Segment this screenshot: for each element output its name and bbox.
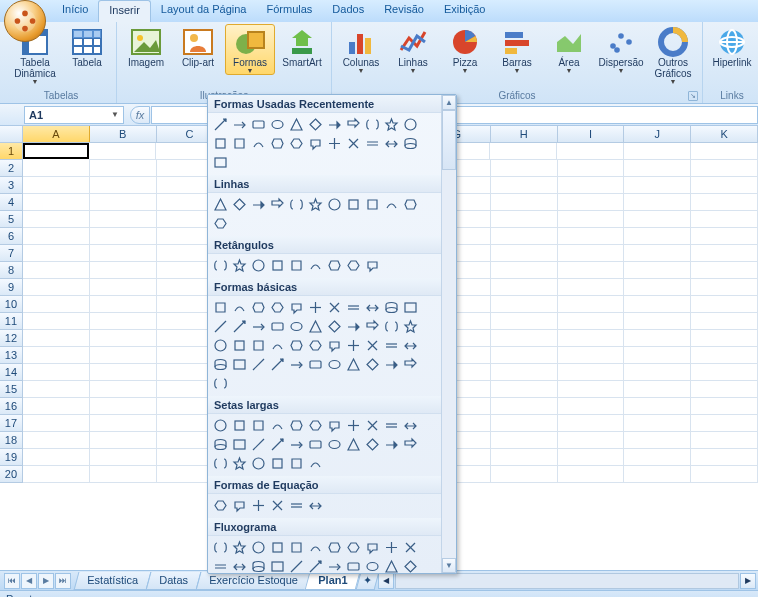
cell-I2[interactable] — [558, 160, 625, 177]
row-header-19[interactable]: 19 — [0, 449, 23, 466]
shape-item[interactable] — [249, 538, 268, 557]
shape-item[interactable] — [230, 416, 249, 435]
scroll-up-button[interactable]: ▲ — [442, 95, 456, 110]
shape-item[interactable] — [287, 336, 306, 355]
clipart-button[interactable]: Clip-art — [173, 24, 223, 75]
row-header-15[interactable]: 15 — [0, 381, 23, 398]
row-header-2[interactable]: 2 — [0, 160, 23, 177]
cell-K2[interactable] — [691, 160, 758, 177]
cell-K10[interactable] — [691, 296, 758, 313]
cell-B3[interactable] — [90, 177, 157, 194]
shape-item[interactable] — [287, 416, 306, 435]
shape-item[interactable] — [268, 115, 287, 134]
shape-item[interactable] — [344, 355, 363, 374]
shape-item[interactable] — [363, 538, 382, 557]
horizontal-scrollbar[interactable]: ◀ ▶ — [378, 573, 756, 589]
shape-item[interactable] — [344, 256, 363, 275]
cell-J17[interactable] — [624, 415, 691, 432]
cell-J2[interactable] — [624, 160, 691, 177]
cell-J4[interactable] — [624, 194, 691, 211]
cell-J9[interactable] — [624, 279, 691, 296]
shape-item[interactable] — [401, 538, 420, 557]
shape-item[interactable] — [249, 496, 268, 515]
shape-item[interactable] — [306, 336, 325, 355]
shape-item[interactable] — [306, 538, 325, 557]
cell-K20[interactable] — [691, 466, 758, 483]
shape-item[interactable] — [401, 336, 420, 355]
cell-H1[interactable] — [490, 143, 557, 160]
shape-item[interactable] — [344, 317, 363, 336]
cell-A11[interactable] — [23, 313, 90, 330]
cell-H13[interactable] — [491, 347, 558, 364]
scroll-right-button[interactable]: ▶ — [740, 573, 756, 589]
gallery-scrollbar[interactable]: ▲ ▼ — [441, 95, 456, 573]
cell-J14[interactable] — [624, 364, 691, 381]
shape-item[interactable] — [325, 298, 344, 317]
shape-item[interactable] — [211, 435, 230, 454]
shape-item[interactable] — [211, 416, 230, 435]
sheet-tab-estatística[interactable]: Estatística — [74, 572, 152, 590]
cell-K4[interactable] — [691, 194, 758, 211]
shape-item[interactable] — [249, 336, 268, 355]
sheet-nav-last[interactable]: ⏭ — [55, 573, 71, 589]
cell-A12[interactable] — [23, 330, 90, 347]
shape-item[interactable] — [268, 557, 287, 574]
new-sheet-button[interactable]: ✦ — [355, 572, 379, 590]
shape-item[interactable] — [306, 256, 325, 275]
shape-item[interactable] — [249, 256, 268, 275]
shape-item[interactable] — [306, 435, 325, 454]
cell-B17[interactable] — [90, 415, 157, 432]
shape-item[interactable] — [325, 538, 344, 557]
shape-item[interactable] — [268, 336, 287, 355]
shape-item[interactable] — [344, 195, 363, 214]
cell-K6[interactable] — [691, 228, 758, 245]
shape-item[interactable] — [287, 435, 306, 454]
shape-item[interactable] — [382, 435, 401, 454]
shape-item[interactable] — [287, 115, 306, 134]
cell-J7[interactable] — [624, 245, 691, 262]
tab-revisão[interactable]: Revisão — [374, 0, 434, 22]
cell-A8[interactable] — [23, 262, 90, 279]
cell-B20[interactable] — [90, 466, 157, 483]
shape-item[interactable] — [211, 298, 230, 317]
row-header-20[interactable]: 20 — [0, 466, 23, 483]
cell-I8[interactable] — [558, 262, 625, 279]
shape-item[interactable] — [306, 355, 325, 374]
shape-item[interactable] — [363, 115, 382, 134]
shape-item[interactable] — [211, 538, 230, 557]
hiperlink-button[interactable]: Hiperlink — [707, 24, 757, 69]
shape-item[interactable] — [325, 435, 344, 454]
cell-J1[interactable] — [624, 143, 691, 160]
sheet-nav-next[interactable]: ▶ — [38, 573, 54, 589]
shape-item[interactable] — [249, 454, 268, 473]
row-header-13[interactable]: 13 — [0, 347, 23, 364]
cell-K8[interactable] — [691, 262, 758, 279]
cell-K5[interactable] — [691, 211, 758, 228]
cell-H3[interactable] — [491, 177, 558, 194]
cell-B9[interactable] — [90, 279, 157, 296]
shape-item[interactable] — [344, 336, 363, 355]
shape-item[interactable] — [325, 195, 344, 214]
shape-item[interactable] — [211, 115, 230, 134]
cell-J13[interactable] — [624, 347, 691, 364]
cell-B13[interactable] — [90, 347, 157, 364]
cell-B2[interactable] — [90, 160, 157, 177]
cell-J5[interactable] — [624, 211, 691, 228]
shape-item[interactable] — [211, 454, 230, 473]
shape-item[interactable] — [401, 435, 420, 454]
cell-K9[interactable] — [691, 279, 758, 296]
col-header-J[interactable]: J — [624, 126, 691, 142]
shape-item[interactable] — [230, 538, 249, 557]
shape-item[interactable] — [382, 416, 401, 435]
shape-item[interactable] — [268, 298, 287, 317]
shape-item[interactable] — [268, 538, 287, 557]
shape-item[interactable] — [230, 195, 249, 214]
cell-K18[interactable] — [691, 432, 758, 449]
shape-item[interactable] — [230, 496, 249, 515]
shape-item[interactable] — [230, 336, 249, 355]
cell-I10[interactable] — [558, 296, 625, 313]
fx-button[interactable]: fx — [130, 106, 150, 124]
shape-item[interactable] — [268, 496, 287, 515]
shape-item[interactable] — [287, 496, 306, 515]
col-header-K[interactable]: K — [691, 126, 758, 142]
